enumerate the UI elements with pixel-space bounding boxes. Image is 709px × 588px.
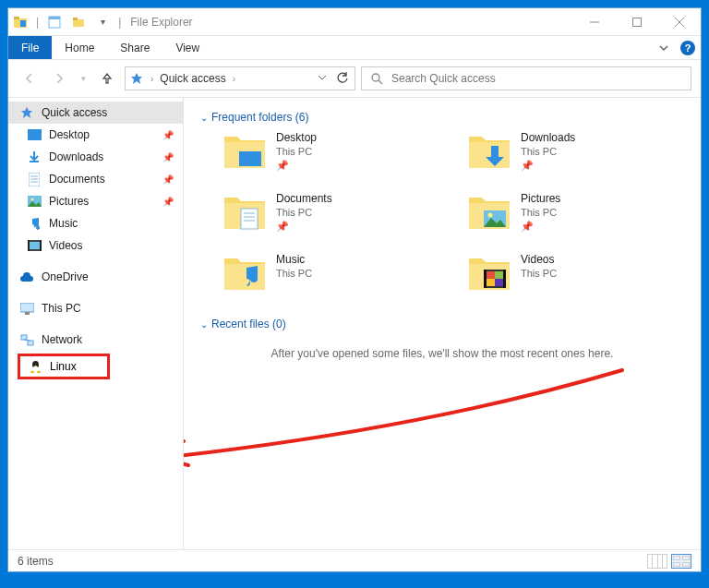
star-icon (19, 105, 34, 120)
folder-downloads-icon (467, 131, 511, 170)
desktop-icon (27, 127, 42, 142)
document-icon (27, 172, 42, 186)
nav-onedrive[interactable]: OneDrive (8, 266, 183, 288)
folder-videos[interactable]: Videos This PC (467, 253, 684, 292)
view-details-button[interactable] (647, 554, 667, 569)
breadcrumb-current[interactable]: Quick access (160, 72, 225, 85)
search-placeholder: Search Quick access (391, 72, 496, 85)
tab-view[interactable]: View (162, 36, 212, 59)
svg-line-31 (24, 340, 30, 341)
svg-point-37 (34, 365, 36, 366)
svg-point-44 (488, 213, 493, 218)
folder-music[interactable]: Music This PC (222, 253, 439, 292)
folder-documents[interactable]: Documents This PC 📌 (222, 192, 439, 233)
app-icon (8, 8, 32, 35)
folder-videos-icon (467, 253, 511, 292)
nav-quick-access[interactable]: Quick access (8, 102, 183, 124)
svg-rect-2 (20, 20, 26, 27)
nav-network[interactable]: Network (8, 329, 183, 351)
pin-icon: 📌 (521, 160, 575, 172)
quick-access-star-icon (129, 71, 144, 86)
nav-downloads[interactable]: Downloads 📌 (8, 146, 183, 168)
forward-button[interactable] (47, 66, 71, 90)
folder-desktop-icon (222, 131, 267, 170)
navigation-pane: Quick access Desktop 📌 Downloads 📌 Docum… (8, 98, 184, 549)
minimize-button[interactable] (573, 8, 616, 35)
qat-new-folder-icon[interactable] (66, 8, 90, 35)
svg-rect-6 (73, 18, 78, 20)
view-large-icons-button[interactable] (671, 554, 691, 569)
nav-videos[interactable]: Videos (8, 234, 183, 257)
refresh-button[interactable] (336, 71, 349, 87)
tab-share[interactable]: Share (107, 36, 162, 59)
annotation-arrow (184, 366, 659, 476)
folder-pictures-icon (467, 192, 511, 231)
download-icon (27, 150, 42, 164)
status-bar: 6 items (8, 549, 701, 571)
svg-rect-15 (28, 129, 42, 140)
svg-rect-26 (40, 240, 42, 251)
pin-icon: 📌 (162, 197, 174, 207)
window-title: File Explorer (130, 16, 192, 29)
svg-rect-52 (503, 270, 506, 288)
svg-rect-28 (25, 312, 30, 315)
search-icon (369, 71, 384, 86)
linux-penguin-icon (28, 359, 42, 374)
nav-desktop[interactable]: Desktop 📌 (8, 124, 183, 146)
nav-documents[interactable]: Documents 📌 (8, 168, 183, 190)
folder-documents-icon (222, 192, 267, 231)
music-icon (27, 216, 42, 231)
nav-pictures[interactable]: Pictures 📌 (8, 190, 183, 212)
svg-rect-48 (495, 271, 503, 279)
svg-rect-8 (633, 18, 642, 26)
svg-rect-39 (241, 209, 258, 229)
ribbon-expand-icon[interactable] (651, 36, 677, 59)
cloud-icon (19, 270, 34, 284)
titlebar: | ▾ | File Explorer (8, 8, 701, 36)
maximize-button[interactable] (616, 8, 658, 35)
svg-marker-14 (21, 107, 32, 118)
chevron-down-icon: ⌄ (200, 113, 208, 123)
pictures-icon (27, 194, 42, 209)
pc-icon (19, 301, 34, 316)
svg-marker-11 (131, 73, 142, 84)
svg-rect-5 (73, 19, 84, 27)
pin-icon: 📌 (276, 160, 317, 172)
nav-linux-highlighted[interactable]: Linux (18, 354, 110, 379)
recent-locations-dropdown[interactable]: ▾ (77, 66, 90, 90)
recent-files-empty-text: After you've opened some files, we'll sh… (200, 347, 684, 360)
tab-file[interactable]: File (8, 36, 52, 59)
ribbon-tabs: File Home Share View ? (8, 36, 701, 60)
pin-icon: 📌 (521, 221, 560, 233)
recent-files-header[interactable]: ⌄ Recent files (0) (200, 318, 684, 330)
up-button[interactable] (95, 66, 119, 90)
pin-icon: 📌 (162, 152, 174, 162)
video-icon (27, 238, 42, 253)
nav-this-pc[interactable]: This PC (8, 297, 183, 319)
folder-downloads[interactable]: Downloads This PC 📌 (467, 131, 684, 172)
folder-pictures[interactable]: Pictures This PC 📌 (467, 192, 684, 233)
folder-desktop[interactable]: Desktop This PC 📌 (222, 131, 439, 172)
address-bar[interactable]: › Quick access › (125, 66, 355, 90)
frequent-folders-header[interactable]: ⌄ Frequent folders (6) (200, 111, 684, 124)
svg-point-12 (372, 74, 379, 81)
close-button[interactable] (658, 8, 701, 35)
svg-point-36 (37, 370, 41, 372)
svg-rect-38 (239, 151, 261, 166)
back-button[interactable] (18, 66, 42, 90)
qat-properties-icon[interactable] (42, 8, 66, 35)
help-button[interactable]: ? (680, 41, 695, 55)
tab-home[interactable]: Home (52, 36, 107, 59)
search-box[interactable]: Search Quick access (361, 66, 691, 90)
file-explorer-window: | ▾ | File Explorer File Home Share View… (7, 7, 702, 572)
svg-line-13 (379, 80, 382, 84)
svg-rect-4 (49, 17, 60, 19)
svg-point-35 (30, 370, 34, 372)
svg-point-22 (30, 198, 33, 201)
nav-music[interactable]: Music (8, 212, 183, 234)
svg-rect-30 (28, 341, 33, 345)
svg-rect-29 (21, 335, 27, 340)
navigation-row: ▾ › Quick access › Search Quick access (8, 60, 701, 97)
qat-customize-dropdown[interactable]: ▾ (90, 8, 114, 35)
address-dropdown-icon[interactable] (318, 72, 327, 85)
